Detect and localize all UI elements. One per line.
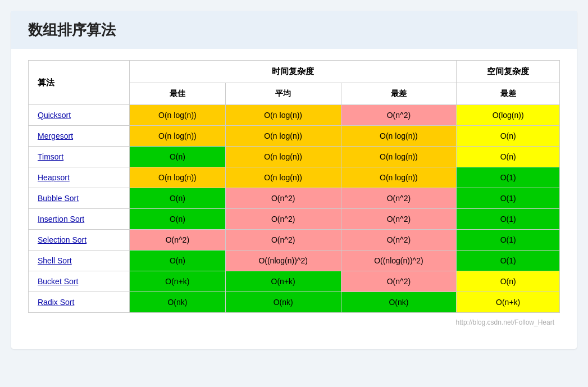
best-cell: O(n) <box>130 188 226 209</box>
average-cell: O(n+k) <box>225 271 341 292</box>
page-container: 数组排序算法 算法 时间复杂度 空间复杂度 最佳 平均 最差 最差 Quicks… <box>11 11 577 349</box>
table-row: Insertion SortO(n)O(n^2)O(n^2)O(1) <box>29 209 560 230</box>
algo-name-cell: Heapsort <box>29 167 130 188</box>
header-time: 时间复杂度 <box>130 61 457 83</box>
algo-name-cell: Selection Sort <box>29 230 130 251</box>
algo-link[interactable]: Mergesort <box>38 131 73 140</box>
table-row: Shell SortO(n)O((nlog(n))^2)O((nlog(n))^… <box>29 251 560 271</box>
average-cell: O(n log(n)) <box>225 167 341 188</box>
algo-name-cell: Mergesort <box>29 126 130 147</box>
average-cell: O(nk) <box>225 292 341 313</box>
best-cell: O(n log(n)) <box>130 167 226 188</box>
algo-link[interactable]: Selection Sort <box>38 235 86 244</box>
algo-link[interactable]: Bubble Sort <box>38 194 79 203</box>
worst-time-cell: O(nk) <box>341 292 457 313</box>
worst-time-cell: O(n log(n)) <box>341 126 457 147</box>
algo-name-cell: Bucket Sort <box>29 271 130 292</box>
best-cell: O(n^2) <box>130 230 226 251</box>
algo-link[interactable]: Bucket Sort <box>38 277 78 286</box>
worst-space-cell: O(n) <box>457 271 560 292</box>
worst-space-cell: O(1) <box>457 230 560 251</box>
main-header-row: 算法 时间复杂度 空间复杂度 <box>29 61 560 83</box>
page-title: 数组排序算法 <box>11 11 577 49</box>
best-cell: O(n) <box>130 209 226 230</box>
worst-time-cell: O((nlog(n))^2) <box>341 251 457 271</box>
subheader-worst-space: 最差 <box>457 83 560 105</box>
worst-space-cell: O(n+k) <box>457 292 560 313</box>
table-row: Selection SortO(n^2)O(n^2)O(n^2)O(1) <box>29 230 560 251</box>
algo-name-cell: Radix Sort <box>29 292 130 313</box>
worst-time-cell: O(n^2) <box>341 105 457 126</box>
algo-name-cell: Quicksort <box>29 105 130 126</box>
best-cell: O(n) <box>130 147 226 167</box>
worst-time-cell: O(n log(n)) <box>341 147 457 167</box>
worst-space-cell: O(n) <box>457 126 560 147</box>
best-cell: O(n log(n)) <box>130 126 226 147</box>
header-space: 空间复杂度 <box>457 61 560 83</box>
table-row: HeapsortO(n log(n))O(n log(n))O(n log(n)… <box>29 167 560 188</box>
complexity-table: 算法 时间复杂度 空间复杂度 最佳 平均 最差 最差 QuicksortO(n … <box>28 60 560 313</box>
worst-time-cell: O(n log(n)) <box>341 167 457 188</box>
algo-name-cell: Timsort <box>29 147 130 167</box>
table-row: TimsortO(n)O(n log(n))O(n log(n))O(n) <box>29 147 560 167</box>
best-cell: O(n+k) <box>130 271 226 292</box>
table-row: Bucket SortO(n+k)O(n+k)O(n^2)O(n) <box>29 271 560 292</box>
average-cell: O(n log(n)) <box>225 105 341 126</box>
average-cell: O(n^2) <box>225 209 341 230</box>
algo-name-cell: Bubble Sort <box>29 188 130 209</box>
average-cell: O((nlog(n))^2) <box>225 251 341 271</box>
algo-link[interactable]: Radix Sort <box>38 298 74 307</box>
algo-link[interactable]: Timsort <box>38 152 63 161</box>
worst-space-cell: O(1) <box>457 188 560 209</box>
footer-text: http://blog.csdn.net/Follow_Heart <box>28 318 560 326</box>
average-cell: O(n^2) <box>225 188 341 209</box>
table-row: Bubble SortO(n)O(n^2)O(n^2)O(1) <box>29 188 560 209</box>
algo-link[interactable]: Insertion Sort <box>38 215 84 224</box>
subheader-average: 平均 <box>225 83 341 105</box>
worst-space-cell: O(log(n)) <box>457 105 560 126</box>
table-body: QuicksortO(n log(n))O(n log(n))O(n^2)O(l… <box>29 105 560 313</box>
worst-space-cell: O(n) <box>457 147 560 167</box>
algo-link[interactable]: Heapsort <box>38 173 70 182</box>
best-cell: O(n) <box>130 251 226 271</box>
algo-name-cell: Shell Sort <box>29 251 130 271</box>
algo-link[interactable]: Quicksort <box>38 111 71 120</box>
average-cell: O(n log(n)) <box>225 126 341 147</box>
worst-time-cell: O(n^2) <box>341 188 457 209</box>
header-algo: 算法 <box>29 61 130 105</box>
worst-space-cell: O(1) <box>457 251 560 271</box>
worst-space-cell: O(1) <box>457 209 560 230</box>
table-row: MergesortO(n log(n))O(n log(n))O(n log(n… <box>29 126 560 147</box>
worst-space-cell: O(1) <box>457 167 560 188</box>
worst-time-cell: O(n^2) <box>341 271 457 292</box>
algo-name-cell: Insertion Sort <box>29 209 130 230</box>
algo-link[interactable]: Shell Sort <box>38 256 72 265</box>
average-cell: O(n log(n)) <box>225 147 341 167</box>
subheader-worst-time: 最差 <box>341 83 457 105</box>
average-cell: O(n^2) <box>225 230 341 251</box>
subheader-best: 最佳 <box>130 83 226 105</box>
worst-time-cell: O(n^2) <box>341 209 457 230</box>
table-row: Radix SortO(nk)O(nk)O(nk)O(n+k) <box>29 292 560 313</box>
table-row: QuicksortO(n log(n))O(n log(n))O(n^2)O(l… <box>29 105 560 126</box>
worst-time-cell: O(n^2) <box>341 230 457 251</box>
best-cell: O(nk) <box>130 292 226 313</box>
best-cell: O(n log(n)) <box>130 105 226 126</box>
